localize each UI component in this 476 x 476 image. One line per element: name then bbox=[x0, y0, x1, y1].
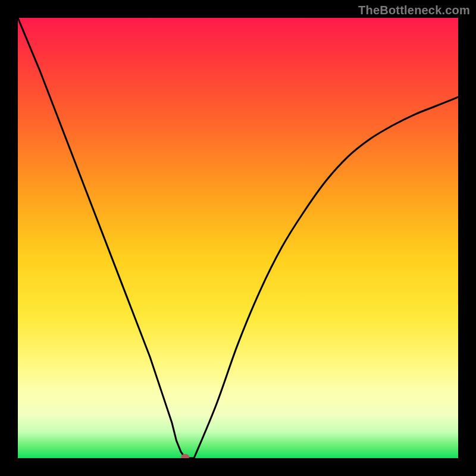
plot-area bbox=[18, 18, 458, 458]
chart-frame: TheBottleneck.com bbox=[0, 0, 476, 476]
watermark-text: TheBottleneck.com bbox=[358, 4, 470, 17]
bottleneck-curve-path bbox=[18, 18, 458, 458]
bottleneck-curve-svg bbox=[18, 18, 458, 458]
